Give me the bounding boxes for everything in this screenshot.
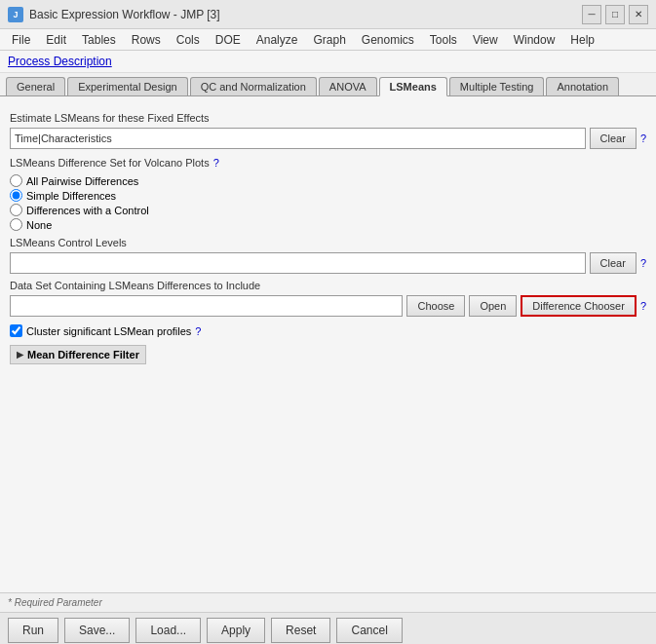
dataset-open-button[interactable]: Open — [469, 295, 517, 317]
save-button[interactable]: Save... — [64, 618, 130, 643]
minimize-button[interactable]: ─ — [582, 5, 601, 24]
menu-graph[interactable]: Graph — [305, 29, 353, 50]
difference-set-header: LSMeans Difference Set for Volcano Plots… — [10, 157, 646, 169]
required-text: * Required Parameter — [8, 597, 102, 608]
tab-lsmeans[interactable]: LSMeans — [379, 77, 447, 96]
control-levels-label: LSMeans Control Levels — [10, 237, 646, 248]
process-description-bar: Process Description — [0, 51, 656, 73]
mean-difference-filter-label: Mean Difference Filter — [27, 349, 139, 360]
dataset-choose-button[interactable]: Choose — [406, 295, 465, 317]
reset-button[interactable]: Reset — [271, 618, 330, 643]
radio-none: None — [10, 218, 646, 231]
footer-buttons: Run Save... Load... Apply Reset Cancel — [0, 612, 656, 644]
load-button[interactable]: Load... — [135, 618, 201, 643]
menu-tools[interactable]: Tools — [422, 29, 465, 50]
control-levels-input[interactable] — [10, 252, 586, 274]
radio-none-label: None — [26, 219, 52, 231]
radio-with-control: Differences with a Control — [10, 204, 646, 216]
menu-tables[interactable]: Tables — [74, 29, 124, 50]
menu-genomics[interactable]: Genomics — [354, 29, 422, 50]
radio-with-control-label: Differences with a Control — [26, 205, 149, 216]
radio-with-control-input[interactable] — [10, 204, 22, 216]
menu-view[interactable]: View — [465, 29, 506, 50]
cluster-checkbox[interactable] — [10, 324, 22, 337]
tab-qc-normalization[interactable]: QC and Normalization — [190, 77, 317, 95]
radio-simple-input[interactable] — [10, 189, 22, 202]
control-levels-clear-button[interactable]: Clear — [590, 252, 637, 274]
radio-all-pairwise-label: All Pairwise Differences — [26, 175, 138, 187]
cluster-help-link[interactable]: ? — [195, 325, 201, 337]
app-icon: J — [8, 7, 23, 22]
menu-cols[interactable]: Cols — [169, 29, 208, 50]
maximize-button[interactable]: □ — [605, 5, 625, 24]
menu-window[interactable]: Window — [506, 29, 563, 50]
dataset-difference-chooser-button[interactable]: Difference Chooser — [521, 295, 637, 317]
menu-edit[interactable]: Edit — [38, 29, 74, 50]
title-bar: J Basic Expression Workflow - JMP [3] ─ … — [0, 0, 656, 29]
dataset-section-label: Data Set Containing LSMeans Differences … — [10, 280, 646, 291]
process-description-link[interactable]: Process Description — [8, 55, 112, 68]
tab-anova[interactable]: ANOVA — [319, 77, 377, 95]
estimate-input-row: Clear ? — [10, 128, 646, 149]
run-button[interactable]: Run — [8, 618, 58, 643]
difference-set-label: LSMeans Difference Set for Volcano Plots — [10, 157, 210, 169]
estimate-input[interactable] — [10, 128, 586, 149]
close-button[interactable]: ✕ — [629, 5, 648, 24]
cancel-button[interactable]: Cancel — [336, 618, 402, 643]
bottom-bar: * Required Parameter — [0, 592, 656, 612]
mean-difference-filter-header[interactable]: ▶ Mean Difference Filter — [10, 345, 146, 364]
tab-general[interactable]: General — [6, 77, 65, 95]
control-levels-help-link[interactable]: ? — [640, 257, 646, 269]
menu-rows[interactable]: Rows — [124, 29, 169, 50]
tab-annotation[interactable]: Annotation — [546, 77, 619, 95]
radio-group-differences: All Pairwise Differences Simple Differen… — [10, 174, 646, 231]
radio-simple-label: Simple Differences — [26, 190, 116, 202]
radio-all-pairwise: All Pairwise Differences — [10, 174, 646, 187]
tab-experimental-design[interactable]: Experimental Design — [67, 77, 188, 95]
window-title: Basic Expression Workflow - JMP [3] — [29, 8, 220, 21]
difference-set-help-link[interactable]: ? — [213, 157, 219, 169]
tab-bar: General Experimental Design QC and Norma… — [0, 73, 656, 96]
menu-help[interactable]: Help — [562, 29, 602, 50]
menu-file[interactable]: File — [4, 29, 38, 50]
menu-analyze[interactable]: Analyze — [249, 29, 306, 50]
apply-button[interactable]: Apply — [207, 618, 265, 643]
panel-content: Estimate LSMeans for these Fixed Effects… — [0, 96, 656, 592]
cluster-label: Cluster significant LSMean profiles — [26, 325, 191, 337]
estimate-help-link[interactable]: ? — [640, 133, 646, 144]
tab-multiple-testing[interactable]: Multiple Testing — [449, 77, 545, 95]
main-content: General Experimental Design QC and Norma… — [0, 73, 656, 592]
collapsible-arrow-icon: ▶ — [17, 350, 23, 360]
radio-none-input[interactable] — [10, 218, 22, 231]
menu-doe[interactable]: DOE — [208, 29, 249, 50]
dataset-input-row: Choose Open Difference Chooser ? — [10, 295, 646, 317]
radio-simple: Simple Differences — [10, 189, 646, 202]
radio-all-pairwise-input[interactable] — [10, 174, 22, 187]
estimate-section-label: Estimate LSMeans for these Fixed Effects — [10, 112, 646, 124]
menu-bar: File Edit Tables Rows Cols DOE Analyze G… — [0, 29, 656, 51]
window-controls: ─ □ ✕ — [582, 5, 648, 24]
cluster-checkbox-row: Cluster significant LSMean profiles ? — [10, 324, 646, 337]
dataset-help-link[interactable]: ? — [640, 300, 646, 312]
estimate-clear-button[interactable]: Clear — [590, 128, 637, 149]
control-levels-input-row: Clear ? — [10, 252, 646, 274]
dataset-input[interactable] — [10, 295, 403, 317]
